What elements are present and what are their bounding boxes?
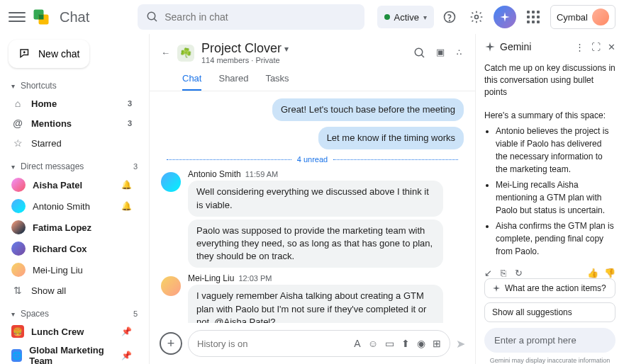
close-icon[interactable]: ✕ <box>608 42 615 52</box>
chat-logo <box>31 7 51 27</box>
app-name: Chat <box>60 9 89 25</box>
message-author: Mei-Ling Liu <box>188 273 234 283</box>
help-icon[interactable] <box>440 7 459 27</box>
pip-icon[interactable]: ▣ <box>436 47 445 59</box>
expand-icon[interactable]: ⛶ <box>591 42 601 52</box>
pin-icon: 📌 <box>121 326 132 336</box>
search-in-chat-icon[interactable] <box>413 47 426 59</box>
apps-grid-icon[interactable] <box>523 7 543 27</box>
back-arrow-icon[interactable]: ← <box>161 47 170 58</box>
chat-title: Project Clover <box>201 41 282 56</box>
add-attachment-button[interactable]: + <box>160 332 182 355</box>
status-dot-icon <box>384 14 390 20</box>
message-bubble: Paolo was supposed to provide the market… <box>188 220 443 268</box>
sent-bubble: Great! Let's touch base before the meeti… <box>272 98 464 121</box>
spaces-header[interactable]: ▾Spaces5 <box>0 306 149 322</box>
new-chat-button[interactable]: New chat <box>9 40 89 68</box>
user-avatar <box>592 8 609 25</box>
thumbs-down-icon[interactable]: 👎 <box>604 268 615 278</box>
pin-icon: 📌 <box>121 351 132 360</box>
search-bar[interactable] <box>138 4 364 30</box>
message-bubble: Well considering everything we discussed… <box>188 181 443 216</box>
avatar <box>11 263 26 277</box>
unread-divider: 4 unread <box>161 155 464 164</box>
message-input[interactable] <box>197 339 347 349</box>
format-icon[interactable]: A <box>354 338 360 349</box>
dm-item[interactable]: Mei-Ling Liu <box>0 259 143 280</box>
star-icon: ☆ <box>11 137 24 149</box>
insert-icon[interactable]: ↙ <box>484 268 492 278</box>
nav-mentions[interactable]: @Mentions3 <box>0 113 143 133</box>
video-icon[interactable]: ⊞ <box>433 338 441 349</box>
gif-icon[interactable]: ▭ <box>385 338 394 349</box>
message-bubble: I vaguely remember Aisha talking about c… <box>188 285 443 323</box>
send-button[interactable]: ➤ <box>456 337 465 351</box>
avatar <box>11 241 26 256</box>
gemini-prompt: Catch me up on key discussions in this c… <box>484 62 615 98</box>
dm-item[interactable]: Aisha Patel🔔 <box>0 174 143 195</box>
avatar <box>11 199 26 213</box>
gemini-summary: Here's a summary of this space: Antonio … <box>484 109 615 261</box>
gemini-button[interactable] <box>494 6 516 28</box>
space-avatar: ☘️ <box>177 45 194 62</box>
space-icon: 🌐 <box>11 349 22 362</box>
dm-item[interactable]: Fatima Lopez <box>0 217 143 238</box>
svg-line-11 <box>421 55 424 57</box>
show-suggestions-chip[interactable]: Show all suggestions <box>484 302 615 322</box>
space-item[interactable]: 🍔Lunch Crew📌 <box>0 322 143 341</box>
avatar <box>11 178 26 192</box>
tab-tasks[interactable]: Tasks <box>265 67 289 91</box>
avatar <box>11 220 26 234</box>
gemini-sparkle-icon <box>484 41 496 52</box>
show-all-dm[interactable]: ⇅Show all <box>0 280 143 300</box>
status-label: Active <box>394 12 419 23</box>
shortcuts-header[interactable]: ▾Shortcuts <box>0 78 149 93</box>
dm-item[interactable]: Richard Cox <box>0 238 143 259</box>
tasks-icon[interactable]: ⛬ <box>455 47 464 59</box>
gemini-title: Gemini <box>500 41 531 52</box>
search-input[interactable] <box>165 11 355 23</box>
message-time: 11:59 AM <box>245 170 278 178</box>
avatar <box>161 172 181 192</box>
message-time: 12:03 PM <box>238 274 272 283</box>
record-icon[interactable]: ◉ <box>417 338 425 349</box>
dm-item[interactable]: Antonio Smith🔔 <box>0 195 143 217</box>
suggestion-chip[interactable]: What are the action items? <box>484 278 615 298</box>
home-icon: ⌂ <box>11 97 24 110</box>
copy-icon[interactable]: ⎘ <box>501 268 506 278</box>
nav-home[interactable]: ⌂Home3 <box>0 93 143 113</box>
settings-icon[interactable] <box>467 7 486 27</box>
mentions-icon: @ <box>11 117 24 130</box>
svg-point-7 <box>474 16 478 19</box>
dm-header[interactable]: ▾Direct messages3 <box>0 159 149 174</box>
space-icon: 🍔 <box>11 325 24 338</box>
notification-icon: 🔔 <box>121 180 132 190</box>
chat-subtitle: 114 members · Private <box>201 56 289 64</box>
compose-input[interactable]: A ☺ ▭ ⬆ ◉ ⊞ <box>188 330 450 357</box>
emoji-icon[interactable]: ☺ <box>368 338 378 349</box>
status-chip[interactable]: Active ▾ <box>377 6 434 28</box>
hamburger-menu[interactable] <box>9 8 26 25</box>
sent-bubble: Let me know if the timing works <box>318 127 464 149</box>
refresh-icon[interactable]: ↻ <box>515 268 523 278</box>
svg-point-10 <box>415 48 423 56</box>
nav-starred[interactable]: ☆Starred <box>0 133 143 153</box>
org-chip[interactable]: Cymbal <box>550 5 615 29</box>
thumbs-up-icon[interactable]: 👍 <box>587 268 598 278</box>
search-icon <box>146 11 159 23</box>
more-icon[interactable]: ⋮ <box>575 42 584 52</box>
tab-shared[interactable]: Shared <box>218 67 248 91</box>
gemini-disclaimer: Gemini may display inaccurate informatio… <box>484 357 615 364</box>
notification-icon: 🔔 <box>121 201 132 211</box>
new-chat-icon <box>18 47 31 60</box>
avatar <box>161 276 181 296</box>
gemini-input[interactable]: Enter a prompt here <box>484 328 615 353</box>
space-item[interactable]: 🌐Global Marketing Team📌 <box>0 341 143 364</box>
expand-icon: ⇅ <box>11 284 24 297</box>
message-author: Antonio Smith <box>188 169 241 179</box>
tab-chat[interactable]: Chat <box>182 67 201 91</box>
svg-rect-2 <box>39 15 44 20</box>
upload-icon[interactable]: ⬆ <box>401 338 410 349</box>
svg-line-4 <box>155 18 157 21</box>
chevron-down-icon[interactable]: ▾ <box>284 44 289 54</box>
